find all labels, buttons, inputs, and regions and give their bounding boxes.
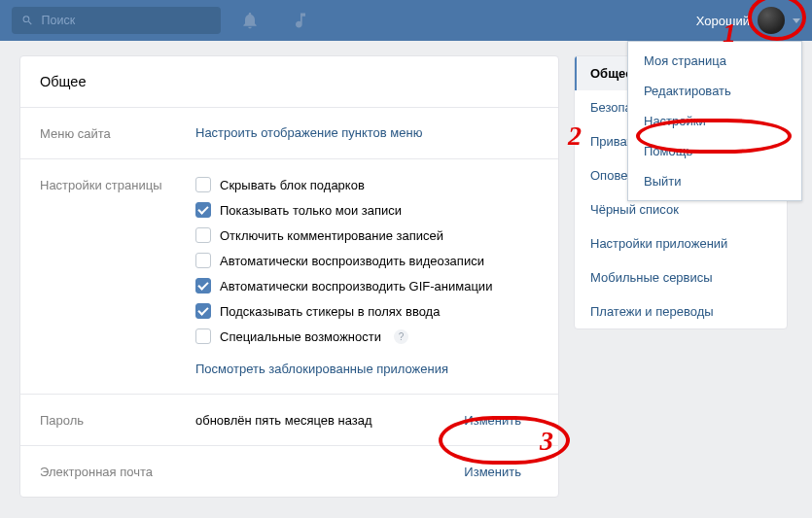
- row-label-menu: Меню сайта: [40, 125, 195, 141]
- configure-menu-link[interactable]: Настроить отображение пунктов меню: [195, 125, 422, 140]
- checkbox-icon: [195, 278, 211, 294]
- bell-icon[interactable]: [240, 11, 260, 30]
- search-input[interactable]: [42, 14, 211, 27]
- nav-item-payments[interactable]: Платежи и переводы: [575, 294, 787, 328]
- dropdown-item-exit[interactable]: Выйти: [628, 166, 801, 196]
- checkbox-item[interactable]: Автоматически воспроизводить видеозаписи: [195, 253, 539, 268]
- checkbox-label: Специальные возможности: [220, 329, 381, 344]
- checkbox-icon: [195, 177, 211, 192]
- checkbox-label: Показывать только мои записи: [220, 203, 402, 218]
- search-icon: [21, 14, 34, 27]
- top-icons: [240, 11, 310, 30]
- nav-item-app-settings[interactable]: Настройки приложений: [575, 226, 787, 260]
- row-page-settings: Настройки страницы Скрывать блок подарко…: [20, 158, 558, 394]
- dropdown-item-my-page[interactable]: Моя страница: [628, 46, 801, 76]
- row-label-pagesettings: Настройки страницы: [40, 177, 195, 376]
- checkbox-item[interactable]: Отключить комментирование записей: [195, 227, 539, 243]
- checkbox-label: Автоматически воспроизводить GIF-анимаци…: [220, 279, 492, 294]
- checkbox-icon: [195, 253, 211, 268]
- row-email: Электронная почта Изменить: [20, 445, 558, 497]
- user-dropdown: Моя страница Редактировать Настройки Пом…: [627, 41, 802, 201]
- dropdown-item-settings[interactable]: Настройки: [628, 106, 801, 136]
- checkbox-icon: [195, 303, 211, 319]
- dropdown-item-edit[interactable]: Редактировать: [628, 76, 801, 106]
- password-value: обновлён пять месяцев назад: [195, 413, 372, 428]
- checkbox-label: Скрывать блок подарков: [220, 178, 365, 192]
- row-password: Пароль обновлён пять месяцев назад Измен…: [20, 394, 558, 445]
- checkbox-icon: [195, 202, 211, 218]
- blocked-apps-link[interactable]: Посмотреть заблокированные приложения: [195, 362, 448, 376]
- topbar: Хороший: [0, 0, 812, 41]
- checkbox-label: Отключить комментирование записей: [220, 228, 443, 243]
- dropdown-item-help[interactable]: Помощь: [628, 136, 801, 166]
- checkbox-item[interactable]: Специальные возможности?: [195, 328, 539, 344]
- password-change-link[interactable]: Изменить: [464, 413, 539, 428]
- checkbox-icon: [195, 328, 211, 344]
- settings-panel: Общее Меню сайта Настроить отображение п…: [19, 55, 559, 498]
- checkbox-label: Подсказывать стикеры в полях ввода: [220, 304, 440, 319]
- checkbox-item[interactable]: Автоматически воспроизводить GIF-анимаци…: [195, 278, 539, 294]
- checkbox-list: Скрывать блок подарковПоказывать только …: [195, 177, 539, 344]
- checkbox-icon: [195, 227, 211, 243]
- checkbox-item[interactable]: Скрывать блок подарков: [195, 177, 539, 192]
- search-wrap[interactable]: [12, 7, 221, 34]
- page-title: Общее: [20, 74, 558, 107]
- avatar: [758, 7, 785, 34]
- help-icon[interactable]: ?: [394, 329, 408, 344]
- user-menu[interactable]: Хороший: [696, 7, 800, 34]
- email-change-link[interactable]: Изменить: [464, 465, 539, 479]
- row-label-password: Пароль: [40, 412, 195, 428]
- checkbox-item[interactable]: Показывать только мои записи: [195, 202, 539, 218]
- music-icon[interactable]: [291, 11, 310, 30]
- checkbox-item[interactable]: Подсказывать стикеры в полях ввода: [195, 303, 539, 319]
- row-label-email: Электронная почта: [40, 464, 195, 479]
- chevron-down-icon: [793, 18, 800, 23]
- row-site-menu: Меню сайта Настроить отображение пунктов…: [20, 107, 558, 158]
- checkbox-label: Автоматически воспроизводить видеозаписи: [220, 254, 484, 268]
- nav-item-mobile[interactable]: Мобильные сервисы: [575, 260, 787, 294]
- username-label: Хороший: [696, 14, 750, 28]
